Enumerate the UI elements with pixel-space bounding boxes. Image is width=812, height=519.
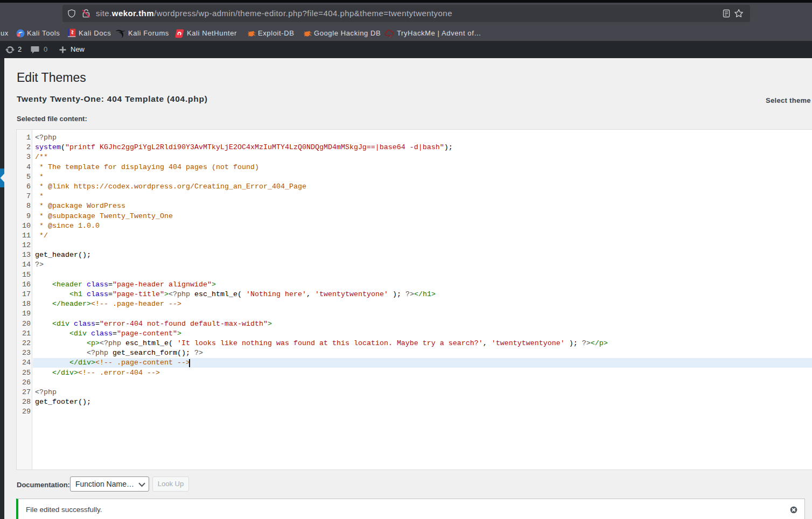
svg-text:11: 11 [17,34,20,37]
